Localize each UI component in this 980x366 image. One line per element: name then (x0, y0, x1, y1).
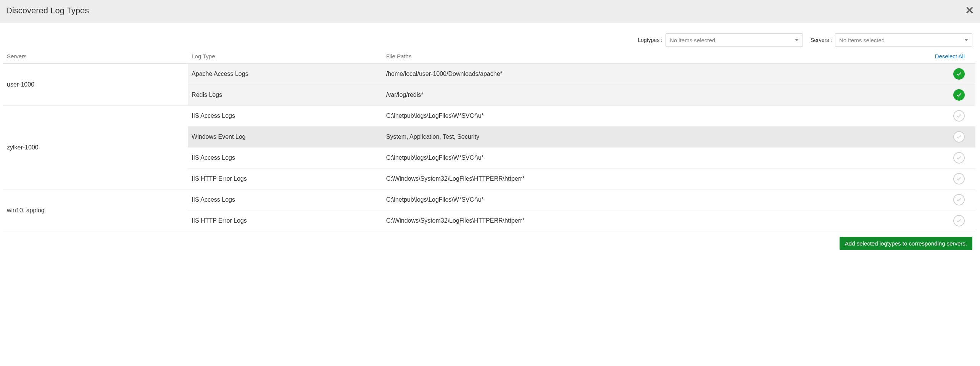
filepath-cell: System, Application, Test, Security (382, 127, 898, 148)
filepath-cell: C:\Windows\System32\LogFiles\HTTPERR\htt… (382, 210, 898, 231)
select-toggle[interactable] (953, 173, 965, 185)
server-cell: user-1000 (3, 64, 188, 106)
filepath-cell: /home/local/user-1000/Downloads/apache* (382, 64, 898, 85)
col-servers: Servers (3, 49, 188, 64)
servers-placeholder: No items selected (839, 37, 885, 43)
filepath-cell: C:\inetpub\logs\LogFiles\W*SVC*\u* (382, 148, 898, 169)
filepath-cell: C:\Windows\System32\LogFiles\HTTPERR\htt… (382, 169, 898, 189)
logtypes-label: Logtypes : (638, 37, 662, 43)
filepath-cell: C:\inetpub\logs\LogFiles\W*SVC*\u* (382, 189, 898, 210)
select-toggle[interactable] (953, 152, 965, 164)
select-cell (898, 127, 975, 148)
servers-dropdown[interactable]: No items selected (835, 33, 972, 47)
select-cell (898, 85, 975, 106)
select-cell (898, 148, 975, 169)
filepath-cell: /var/log/redis* (382, 85, 898, 106)
table-row: user-1000Apache Access Logs/home/local/u… (3, 64, 975, 85)
logtype-cell: IIS Access Logs (188, 148, 382, 169)
select-cell (898, 106, 975, 127)
logtype-cell: IIS Access Logs (188, 189, 382, 210)
logtypes-filter: Logtypes : No items selected (638, 33, 803, 47)
server-cell: win10, applog (3, 189, 188, 231)
logtype-cell: IIS HTTP Error Logs (188, 210, 382, 231)
dialog-footer: Add selected logtypes to corresponding s… (0, 231, 980, 254)
select-cell (898, 189, 975, 210)
servers-filter: Servers : No items selected (811, 33, 972, 47)
chevron-down-icon (795, 39, 799, 41)
select-cell (898, 64, 975, 85)
logtype-cell: IIS Access Logs (188, 106, 382, 127)
select-toggle[interactable] (953, 68, 965, 80)
select-toggle[interactable] (953, 110, 965, 122)
logtypes-placeholder: No items selected (670, 37, 715, 43)
select-cell (898, 210, 975, 231)
logtype-cell: Redis Logs (188, 85, 382, 106)
logtype-cell: Apache Access Logs (188, 64, 382, 85)
logtype-cell: Windows Event Log (188, 127, 382, 148)
select-toggle[interactable] (953, 194, 965, 205)
logtype-cell: IIS HTTP Error Logs (188, 169, 382, 189)
server-cell: zylker-1000 (3, 106, 188, 189)
col-filepaths: File Paths (382, 49, 898, 64)
table-row: win10, applogIIS Access LogsC:\inetpub\l… (3, 189, 975, 210)
chevron-down-icon (964, 39, 968, 41)
table-header-row: Servers Log Type File Paths Deselect All (3, 49, 975, 64)
log-types-table: Servers Log Type File Paths Deselect All… (3, 49, 975, 231)
add-selected-button[interactable]: Add selected logtypes to corresponding s… (840, 237, 972, 250)
dialog-header: Discovered Log Types ✕ (0, 0, 980, 23)
select-cell (898, 169, 975, 189)
close-icon[interactable]: ✕ (965, 5, 974, 16)
filter-bar: Logtypes : No items selected Servers : N… (0, 23, 980, 49)
filepath-cell: C:\inetpub\logs\LogFiles\W*SVC*\u* (382, 106, 898, 127)
col-logtype: Log Type (188, 49, 382, 64)
select-toggle[interactable] (953, 215, 965, 226)
table-row: zylker-1000IIS Access LogsC:\inetpub\log… (3, 106, 975, 127)
servers-label: Servers : (811, 37, 832, 43)
select-toggle[interactable] (953, 131, 965, 143)
deselect-all-link[interactable]: Deselect All (935, 53, 965, 59)
col-select: Deselect All (898, 49, 975, 64)
logtypes-dropdown[interactable]: No items selected (666, 33, 803, 47)
select-toggle[interactable] (953, 89, 965, 101)
dialog-title: Discovered Log Types (6, 6, 89, 16)
